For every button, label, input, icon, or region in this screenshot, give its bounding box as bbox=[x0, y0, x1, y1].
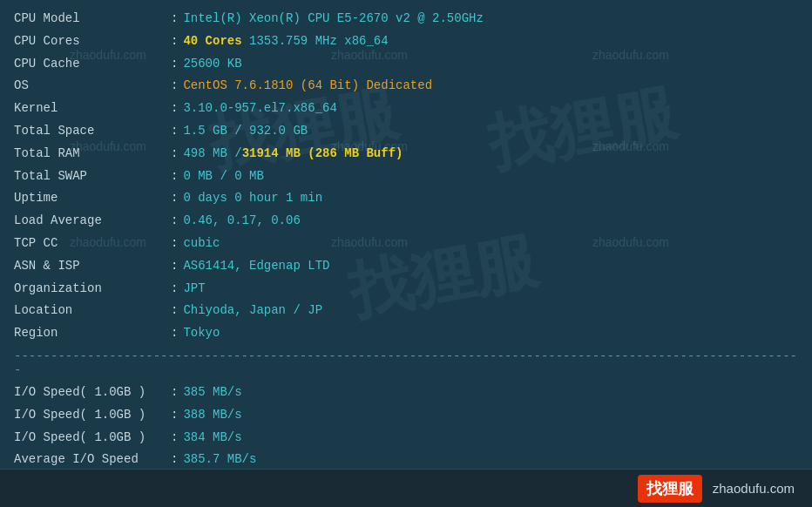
value-io-speed-2: 388 MB/s bbox=[183, 405, 241, 426]
value-cpu-cache: 25600 KB bbox=[183, 54, 241, 75]
row-total-ram: Total RAM : 498 MB / 31914 MB (286 MB Bu… bbox=[14, 144, 798, 165]
row-organization: Organization : JPT bbox=[14, 279, 798, 300]
row-asn-isp: ASN & ISP : AS61414, Edgenap LTD bbox=[14, 256, 798, 277]
divider: ----------------------------------------… bbox=[14, 349, 798, 377]
colon-os: : bbox=[171, 76, 178, 97]
value-total-swap: 0 MB / 0 MB bbox=[183, 166, 263, 187]
label-load-average: Load Average bbox=[14, 211, 171, 232]
value-organization: JPT bbox=[183, 279, 205, 300]
main-content: CPU Model : Intel(R) Xeon(R) CPU E5-2670… bbox=[14, 9, 798, 507]
brand-logo: 找狸服 bbox=[638, 475, 702, 503]
label-tcp-cc: TCP CC bbox=[14, 233, 171, 254]
row-os: OS : CentOS 7.6.1810 (64 Bit) Dedicated bbox=[14, 76, 798, 97]
colon-region: : bbox=[171, 323, 178, 344]
colon-io-speed-3: : bbox=[171, 428, 178, 449]
colon-location: : bbox=[171, 301, 178, 321]
value-region: Tokyo bbox=[183, 323, 220, 344]
colon-cpu-cache: : bbox=[171, 54, 178, 75]
bottom-bar-logo: 找狸服 zhaodufu.com bbox=[638, 475, 795, 503]
row-location: Location : Chiyoda, Japan / JP bbox=[14, 301, 798, 321]
label-io-speed-2: I/O Speed( 1.0GB ) bbox=[14, 405, 171, 426]
value-cpu-model: Intel(R) Xeon(R) CPU E5-2670 v2 @ 2.50GH… bbox=[183, 9, 483, 30]
value-load-average: 0.46, 0.17, 0.06 bbox=[183, 211, 300, 232]
label-uptime: Uptime bbox=[14, 188, 171, 209]
colon-avg-io-speed: : bbox=[171, 450, 178, 470]
row-io-speed-1: I/O Speed( 1.0GB ) : 385 MB/s bbox=[14, 382, 798, 403]
colon-total-space: : bbox=[171, 121, 178, 142]
row-cpu-model: CPU Model : Intel(R) Xeon(R) CPU E5-2670… bbox=[14, 9, 798, 30]
colon-asn-isp: : bbox=[171, 256, 178, 277]
value-avg-io-speed: 385.7 MB/s bbox=[183, 450, 256, 470]
label-organization: Organization bbox=[14, 279, 171, 300]
row-cpu-cores: CPU Cores : 40 Cores 1353.759 MHz x86_64 bbox=[14, 31, 798, 52]
label-total-swap: Total SWAP bbox=[14, 166, 171, 187]
row-avg-io-speed: Average I/O Speed : 385.7 MB/s bbox=[14, 450, 798, 470]
value-cpu-cores-count: 40 Cores bbox=[183, 31, 241, 52]
colon-io-speed-1: : bbox=[171, 382, 178, 403]
value-cpu-cores-detail: 1353.759 MHz x86_64 bbox=[242, 31, 389, 52]
value-kernel: 3.10.0-957.el7.x86_64 bbox=[183, 98, 336, 119]
label-cpu-cores: CPU Cores bbox=[14, 31, 171, 52]
label-location: Location bbox=[14, 301, 171, 321]
colon-organization: : bbox=[171, 279, 178, 300]
value-total-space: 1.5 GB / 932.0 GB bbox=[183, 121, 308, 142]
label-io-speed-1: I/O Speed( 1.0GB ) bbox=[14, 382, 171, 403]
value-io-speed-3: 384 MB/s bbox=[183, 428, 241, 449]
value-tcp-cc: cubic bbox=[183, 233, 220, 254]
label-io-speed-3: I/O Speed( 1.0GB ) bbox=[14, 428, 171, 449]
row-tcp-cc: TCP CC : cubic bbox=[14, 233, 798, 254]
value-uptime: 0 days 0 hour 1 min bbox=[183, 188, 322, 209]
row-load-average: Load Average : 0.46, 0.17, 0.06 bbox=[14, 211, 798, 232]
label-total-ram: Total RAM bbox=[14, 144, 171, 165]
brand-site: zhaodufu.com bbox=[713, 481, 795, 496]
label-os: OS bbox=[14, 76, 171, 97]
colon-io-speed-2: : bbox=[171, 405, 178, 426]
label-region: Region bbox=[14, 323, 171, 344]
colon-cpu-cores: : bbox=[171, 31, 178, 52]
value-asn-isp: AS61414, Edgenap LTD bbox=[183, 256, 329, 277]
label-asn-isp: ASN & ISP bbox=[14, 256, 171, 277]
value-total-ram-used: 498 MB / bbox=[183, 144, 241, 165]
label-cpu-cache: CPU Cache bbox=[14, 54, 171, 75]
value-os: CentOS 7.6.1810 (64 Bit) Dedicated bbox=[183, 76, 432, 97]
value-total-ram-total: 31914 MB (286 MB Buff) bbox=[242, 144, 403, 165]
bottom-bar: 找狸服 zhaodufu.com bbox=[0, 469, 812, 507]
row-kernel: Kernel : 3.10.0-957.el7.x86_64 bbox=[14, 98, 798, 119]
colon-cpu-model: : bbox=[171, 9, 178, 30]
row-uptime: Uptime : 0 days 0 hour 1 min bbox=[14, 188, 798, 209]
label-kernel: Kernel bbox=[14, 98, 171, 119]
row-total-space: Total Space : 1.5 GB / 932.0 GB bbox=[14, 121, 798, 142]
row-total-swap: Total SWAP : 0 MB / 0 MB bbox=[14, 166, 798, 187]
colon-tcp-cc: : bbox=[171, 233, 178, 254]
row-io-speed-2: I/O Speed( 1.0GB ) : 388 MB/s bbox=[14, 405, 798, 426]
label-total-space: Total Space bbox=[14, 121, 171, 142]
colon-total-ram: : bbox=[171, 144, 178, 165]
value-location: Chiyoda, Japan / JP bbox=[183, 301, 322, 321]
row-io-speed-3: I/O Speed( 1.0GB ) : 384 MB/s bbox=[14, 428, 798, 449]
colon-kernel: : bbox=[171, 98, 178, 119]
value-io-speed-1: 385 MB/s bbox=[183, 382, 241, 403]
row-region: Region : Tokyo bbox=[14, 323, 798, 344]
label-cpu-model: CPU Model bbox=[14, 9, 171, 30]
colon-uptime: : bbox=[171, 188, 178, 209]
colon-total-swap: : bbox=[171, 166, 178, 187]
row-cpu-cache: CPU Cache : 25600 KB bbox=[14, 54, 798, 75]
colon-load-average: : bbox=[171, 211, 178, 232]
label-avg-io-speed: Average I/O Speed bbox=[14, 450, 171, 470]
